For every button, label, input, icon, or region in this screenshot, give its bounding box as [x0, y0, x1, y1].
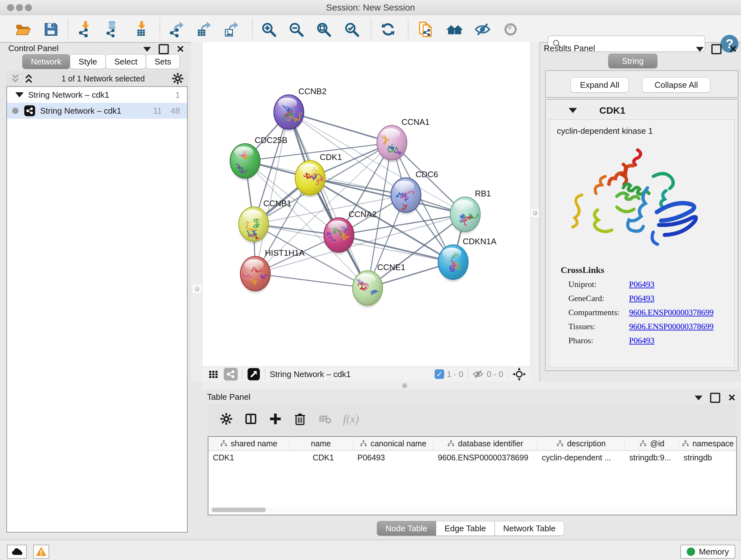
import-table-from-file-button[interactable] — [133, 20, 151, 38]
panel-close-icon[interactable]: ✕ — [177, 45, 185, 53]
crosslink-link[interactable]: P06493 — [629, 336, 654, 346]
show-graphics-details-button[interactable] — [502, 20, 520, 38]
main-toolbar: ? — [0, 15, 741, 43]
selected-checkbox-icon[interactable]: ✓ — [434, 369, 444, 379]
horizontal-splitter[interactable] — [203, 382, 741, 389]
zoom-in-icon — [261, 21, 277, 37]
tree-expander-icon[interactable] — [15, 92, 23, 98]
scrollbar-thumb[interactable] — [212, 508, 266, 512]
panel-float-icon[interactable] — [711, 44, 722, 54]
cell-description[interactable]: cyclin-dependent ... — [537, 453, 625, 462]
zoom-in-button[interactable] — [260, 20, 278, 38]
open-session-button[interactable] — [14, 20, 32, 38]
node-table[interactable]: shared name name canonical name database… — [208, 436, 737, 515]
first-neighbors-button[interactable] — [446, 20, 463, 38]
expand-all-button[interactable]: Expand All — [570, 77, 629, 92]
zoom-selected-button[interactable] — [343, 20, 360, 38]
cloud-status-button[interactable] — [7, 545, 27, 559]
column-header: shared name — [208, 437, 289, 450]
import-network-from-file-button[interactable] — [77, 20, 94, 38]
open-in-window-icon[interactable] — [247, 368, 260, 381]
right-splitter-handle[interactable] — [530, 208, 540, 218]
panel-float-icon[interactable] — [710, 393, 720, 403]
crosslink-link[interactable]: P06493 — [629, 280, 654, 289]
import-network-from-database-button[interactable] — [104, 20, 121, 38]
birds-eye-view-icon[interactable] — [208, 368, 219, 380]
copy-network-button[interactable] — [416, 20, 434, 38]
crosslink-label: Uniprot: — [568, 280, 629, 289]
expand-all-icon[interactable] — [23, 73, 35, 84]
results-panel-title: Results Panel — [544, 44, 595, 53]
table-header-row: shared name name canonical name database… — [208, 437, 736, 451]
fit-content-crosshair-icon[interactable] — [513, 368, 526, 381]
export-network-button[interactable] — [168, 20, 186, 38]
column-header: namespace — [679, 437, 736, 450]
cell-name[interactable]: CDK1 — [289, 453, 353, 462]
collapse-all-button[interactable]: Collapse All — [642, 77, 711, 92]
left-splitter[interactable] — [191, 42, 202, 382]
hidden-eye-icon[interactable] — [473, 369, 483, 380]
network-view-canvas[interactable]: CCNB2CCNA1CDC25BCDK1CDC6RB1CCNB1CCNA2CDK… — [203, 42, 531, 367]
zoom-fit-button[interactable] — [315, 20, 333, 38]
tab-sets[interactable]: Sets — [146, 54, 180, 69]
select-columns-icon[interactable] — [244, 412, 258, 426]
cell-id[interactable]: stringdb:9... — [625, 453, 679, 462]
panel-close-icon[interactable]: ✕ — [729, 45, 737, 53]
hide-selected-button[interactable] — [474, 20, 491, 38]
panel-float-icon[interactable] — [158, 44, 169, 54]
panel-close-icon[interactable]: ✕ — [728, 394, 736, 401]
svg-text:CCNE1: CCNE1 — [377, 262, 405, 272]
export-image-button[interactable] — [223, 20, 241, 38]
tab-string[interactable]: String — [608, 54, 657, 68]
cell-namespace[interactable]: stringdb — [679, 453, 736, 462]
export-network-icon — [169, 21, 185, 38]
svg-text:CCNA2: CCNA2 — [348, 209, 377, 219]
table-tabs: Node Table Edge Table Network Table — [377, 521, 564, 536]
save-session-button[interactable] — [42, 20, 60, 38]
warnings-button[interactable] — [33, 545, 49, 559]
tab-select[interactable]: Select — [106, 54, 146, 69]
column-header: name — [289, 437, 353, 450]
network-options-gear-icon[interactable] — [172, 72, 184, 84]
tab-node-table[interactable]: Node Table — [377, 521, 436, 536]
export-table-button[interactable] — [195, 20, 213, 38]
crosslink-row: Compartments: 9606.ENSP00000378699 — [568, 308, 734, 317]
tab-style[interactable]: Style — [70, 54, 106, 69]
network-collection-row[interactable]: String Network – cdk1 1 — [7, 87, 187, 103]
gene-collapse-icon[interactable] — [569, 108, 577, 113]
add-column-icon[interactable] — [269, 413, 282, 425]
crosslink-label: GeneCard: — [568, 294, 629, 303]
gene-header[interactable]: CDK1 — [551, 103, 733, 118]
panel-menu-icon[interactable] — [143, 47, 151, 52]
collapse-all-icon[interactable] — [10, 73, 21, 84]
cell-canonical-name[interactable]: P06493 — [353, 453, 433, 462]
cell-shared-name[interactable]: CDK1 — [208, 453, 289, 462]
memory-button[interactable]: Memory — [680, 545, 735, 559]
right-splitter[interactable] — [530, 42, 539, 382]
refresh-view-button[interactable] — [379, 20, 397, 38]
toolbar-separator — [408, 19, 408, 39]
delete-column-trash-icon[interactable] — [293, 412, 307, 426]
tab-network[interactable]: Network — [22, 54, 70, 69]
column-header: database identifier — [433, 437, 537, 450]
table-row[interactable]: CDK1 CDK1 P06493 9606.ENSP00000378699 cy… — [208, 451, 736, 464]
crosslink-label: Compartments: — [568, 308, 629, 317]
column-header: description — [537, 437, 625, 450]
results-buttons-box: Expand All Collapse All — [545, 70, 738, 98]
network-share-chip[interactable] — [224, 368, 238, 381]
left-splitter-handle[interactable] — [192, 284, 202, 294]
cell-database-identifier[interactable]: 9606.ENSP00000378699 — [433, 453, 537, 462]
zoom-out-button[interactable] — [287, 20, 305, 38]
tab-network-table[interactable]: Network Table — [495, 521, 564, 536]
crosslink-link[interactable]: P06493 — [629, 294, 654, 303]
crosslink-link[interactable]: 9606.ENSP00000378699 — [629, 322, 714, 331]
table-horizontal-scrollbar[interactable] — [210, 507, 735, 513]
export-table-icon — [196, 21, 212, 38]
panel-menu-icon[interactable] — [696, 47, 704, 52]
horizontal-splitter-handle[interactable] — [402, 383, 407, 388]
tab-edge-table[interactable]: Edge Table — [436, 521, 495, 536]
table-options-gear-icon[interactable] — [220, 413, 232, 425]
network-row-selected[interactable]: String Network – cdk1 11 48 — [7, 103, 187, 119]
panel-menu-icon[interactable] — [695, 395, 702, 400]
crosslink-link[interactable]: 9606.ENSP00000378699 — [629, 308, 714, 317]
